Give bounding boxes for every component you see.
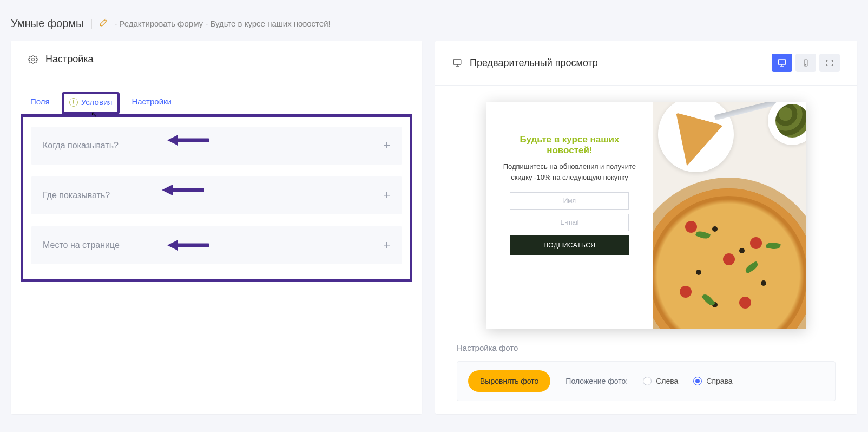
accordion-position-label: Место на странице xyxy=(43,240,120,250)
popup-email-placeholder: E-mail xyxy=(560,219,578,226)
popup-subtext: Подпишитесь на обновления и получите ски… xyxy=(498,161,641,182)
photo-position-left-label: Слева xyxy=(656,377,678,385)
viewport-toggle-group xyxy=(772,54,840,72)
popup-name-input[interactable]: Имя xyxy=(510,192,629,210)
popup-preview: Будьте в курсе наших новостей! Подпишите… xyxy=(486,102,806,329)
wand-icon xyxy=(99,18,108,29)
settings-panel-title: Настройка xyxy=(45,54,94,65)
plus-icon: + xyxy=(383,188,390,202)
breadcrumb-separator: | xyxy=(90,18,93,29)
alert-icon: ! xyxy=(69,98,78,107)
plus-icon: + xyxy=(383,139,390,153)
popup-subscribe-label: ПОДПИСАТЬСЯ xyxy=(543,241,595,249)
popup-content: Будьте в курсе наших новостей! Подпишите… xyxy=(486,102,653,329)
cursor-icon: ↖ xyxy=(91,110,97,119)
annotation-arrow-icon xyxy=(166,236,209,257)
preview-panel-header: Предварительный просмотр xyxy=(435,41,857,86)
popup-email-input[interactable]: E-mail xyxy=(510,214,629,231)
popup-subscribe-button[interactable]: ПОДПИСАТЬСЯ xyxy=(510,235,629,255)
svg-point-4 xyxy=(805,64,806,65)
settings-panel: Настройка Поля ! Условия ↖ Настройки Ког… xyxy=(11,41,422,414)
breadcrumb: Умные формы | - Редактировать форму - Бу… xyxy=(0,0,868,41)
pizza-decor xyxy=(653,188,806,329)
settings-tabs: Поля ! Условия ↖ Настройки xyxy=(11,78,422,114)
tab-fields-label: Поля xyxy=(30,97,50,106)
radio-dot-icon xyxy=(693,377,702,385)
accordion-page-position[interactable]: Место на странице + xyxy=(31,226,402,264)
svg-point-0 xyxy=(32,58,35,61)
photo-position-left-radio[interactable]: Слева xyxy=(643,377,678,385)
tab-fields[interactable]: Поля xyxy=(28,91,52,114)
popup-headline: Будьте в курсе наших новостей! xyxy=(498,134,641,156)
photo-position-right-radio[interactable]: Справа xyxy=(693,377,732,385)
popup-image xyxy=(653,102,806,329)
photo-settings-section: Настройка фото Выровнять фото Положение … xyxy=(435,340,857,414)
mobile-view-button[interactable] xyxy=(795,54,816,72)
plus-icon: + xyxy=(383,238,390,252)
desktop-view-button[interactable] xyxy=(772,54,792,72)
tab-settings[interactable]: Настройки xyxy=(129,91,174,114)
preview-panel-title: Предварительный просмотр xyxy=(470,57,598,69)
photo-position-label: Положение фото: xyxy=(565,377,628,385)
photo-settings-row: Выровнять фото Положение фото: Слева Спр… xyxy=(457,361,836,401)
align-photo-label: Выровнять фото xyxy=(480,377,538,385)
popup-name-placeholder: Имя xyxy=(563,197,576,205)
olives-bowl-decor xyxy=(768,102,806,145)
monitor-icon xyxy=(452,58,462,68)
svg-rect-2 xyxy=(778,60,786,64)
accordion-where-label: Где показывать? xyxy=(43,191,110,200)
annotation-arrow-icon xyxy=(161,181,204,202)
breadcrumb-title: Умные формы xyxy=(11,17,83,30)
accordion-when-label: Когда показывать? xyxy=(43,141,119,150)
fullscreen-button[interactable] xyxy=(819,54,840,72)
settings-panel-header: Настройка xyxy=(11,41,422,78)
conditions-accordion-group: Когда показывать? + Где показывать? + Ме… xyxy=(21,114,412,282)
align-photo-button[interactable]: Выровнять фото xyxy=(468,370,550,392)
annotation-arrow-icon xyxy=(166,131,209,152)
accordion-where-to-show[interactable]: Где показывать? + xyxy=(31,176,402,214)
preview-panel: Предварительный просмотр Будьте в курсе … xyxy=(435,41,857,414)
tab-settings-label: Настройки xyxy=(131,97,172,106)
accordion-when-to-show[interactable]: Когда показывать? + xyxy=(31,127,402,165)
breadcrumb-trail: - Редактировать форму - Будьте в курсе н… xyxy=(114,19,331,28)
tab-conditions-label: Условия xyxy=(81,97,113,107)
radio-dot-icon xyxy=(643,377,652,385)
photo-position-right-label: Справа xyxy=(706,377,732,385)
photo-settings-title: Настройка фото xyxy=(457,343,836,352)
svg-rect-1 xyxy=(453,60,461,64)
tab-conditions[interactable]: ! Условия ↖ xyxy=(62,92,120,114)
gear-icon xyxy=(28,55,38,64)
preview-stage: Будьте в курсе наших новостей! Подпишите… xyxy=(435,86,857,340)
